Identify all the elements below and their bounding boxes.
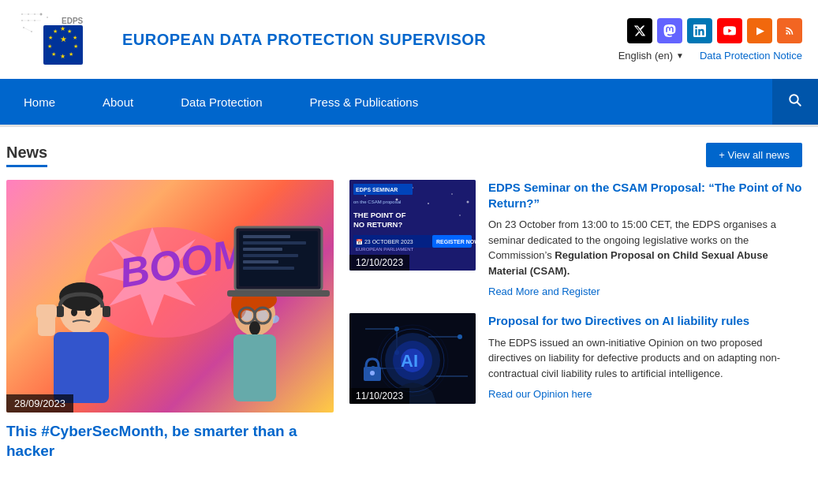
csam-read-more[interactable]: Read More and Register	[488, 286, 600, 297]
news-card-csam: EDPS SEMINAR on the CSAM proposal THE PO…	[349, 180, 802, 297]
rss-icon[interactable]	[777, 18, 802, 43]
news-header: News + View all news	[6, 143, 802, 167]
svg-point-84	[394, 327, 399, 331]
featured-caption: This #CyberSecMonth, be smarter than a h…	[6, 413, 334, 461]
svg-text:★: ★	[60, 53, 65, 60]
ai-read-more[interactable]: Read our Opinion here	[488, 388, 592, 400]
csam-news-text: EDPS Seminar on the CSAM Proposal: “The …	[488, 180, 802, 297]
svg-rect-36	[54, 332, 109, 403]
svg-point-65	[467, 201, 469, 203]
nav-data-protection[interactable]: Data Protection	[157, 81, 286, 123]
svg-line-13	[24, 28, 32, 32]
svg-rect-32	[56, 306, 64, 317]
svg-rect-55	[243, 260, 278, 263]
svg-point-64	[451, 193, 453, 195]
youtube-icon[interactable]	[717, 18, 742, 43]
svg-rect-38	[36, 304, 57, 319]
main-nav: Home About Data Protection Press & Publi…	[0, 79, 818, 125]
social-icons-bar: ▶	[627, 18, 802, 43]
featured-title[interactable]: This #CyberSecMonth, be smarter than a h…	[6, 422, 334, 461]
svg-rect-54	[243, 254, 298, 257]
svg-rect-56	[243, 267, 294, 270]
news-section-title: News	[6, 144, 47, 167]
svg-text:THE POINT OF: THE POINT OF	[353, 211, 406, 219]
linkedin-icon[interactable]	[687, 18, 712, 43]
svg-point-35	[85, 308, 92, 316]
svg-text:★: ★	[69, 51, 73, 57]
ai-card-title[interactable]: Proposal for two Directives on AI liabil…	[488, 313, 802, 329]
logo-area: EDPS ★ ★ ★ ★ ★ ★ ★ ★ ★ ★ ★ EU	[16, 8, 486, 71]
ai-thumb-date: 11/10/2023	[349, 388, 409, 404]
svg-point-59	[364, 195, 366, 196]
csam-thumb-date: 12/10/2023	[349, 255, 409, 271]
svg-text:★: ★	[51, 51, 56, 57]
svg-point-8	[47, 17, 48, 18]
svg-text:★: ★	[60, 25, 65, 32]
svg-point-34	[71, 308, 77, 316]
nav-about[interactable]: About	[79, 81, 157, 123]
svg-text:★: ★	[47, 43, 52, 49]
lang-protection-bar: English (en) ▼ Data Protection Notice	[618, 50, 802, 62]
nav-items: Home About Data Protection Press & Publi…	[0, 81, 772, 123]
svg-text:EDPS SEMINAR: EDPS SEMINAR	[356, 187, 398, 192]
featured-news-image: BOOM	[6, 180, 334, 413]
svg-point-63	[428, 203, 429, 204]
svg-text:★: ★	[67, 28, 72, 34]
svg-text:on the CSAM proposal: on the CSAM proposal	[353, 200, 401, 204]
dropdown-arrow-icon: ▼	[676, 51, 684, 60]
ai-news-text: Proposal for two Directives on AI liabil…	[488, 313, 802, 404]
nav-home[interactable]: Home	[0, 81, 79, 123]
twitter-icon[interactable]	[627, 18, 652, 43]
svg-text:★: ★	[73, 35, 77, 40]
svg-point-45	[241, 310, 252, 321]
language-label: English (en)	[618, 50, 673, 62]
svg-rect-53	[243, 248, 282, 251]
site-title: EUROPEAN DATA PROTECTION SUPERVISOR	[122, 31, 486, 49]
featured-news-card[interactable]: BOOM	[6, 180, 334, 461]
svg-text:★: ★	[73, 43, 78, 49]
svg-text:AI: AI	[401, 351, 418, 371]
news-card-ai: AI 11/10/2023 Proposal for two Dir	[349, 313, 802, 404]
ai-card-body: The EDPS issued an own-initiative Opinio…	[488, 335, 802, 382]
svg-rect-57	[227, 290, 330, 297]
nav-press-publications[interactable]: Press & Publications	[286, 81, 443, 123]
svg-point-46	[257, 310, 268, 321]
svg-text:★: ★	[53, 28, 58, 34]
edps-logo: EDPS ★ ★ ★ ★ ★ ★ ★ ★ ★ ★ ★	[16, 8, 110, 71]
data-protection-notice-link[interactable]: Data Protection Notice	[700, 50, 802, 62]
news-thumb-ai: AI 11/10/2023	[349, 313, 476, 404]
svg-rect-50	[239, 231, 318, 286]
svg-text:★: ★	[48, 35, 53, 40]
svg-point-47	[249, 321, 260, 335]
svg-rect-48	[233, 334, 276, 401]
mastodon-icon[interactable]	[657, 18, 682, 43]
top-right-area: ▶ English (en) ▼ Data Protection Notice	[618, 18, 802, 62]
csam-card-title[interactable]: EDPS Seminar on the CSAM Proposal: “The …	[488, 180, 802, 211]
logo-container: EDPS ★ ★ ★ ★ ★ ★ ★ ★ ★ ★ ★	[16, 8, 110, 71]
svg-point-87	[458, 334, 462, 339]
svg-rect-33	[103, 306, 110, 317]
svg-point-67	[459, 215, 461, 216]
featured-date: 28/09/2023	[6, 394, 73, 413]
svg-point-93	[370, 371, 375, 375]
svg-rect-51	[243, 235, 290, 238]
view-all-news-button[interactable]: + View all news	[706, 143, 802, 167]
right-news-column: EDPS SEMINAR on the CSAM proposal THE PO…	[349, 180, 802, 461]
featured-illustration: BOOM	[6, 180, 334, 413]
svg-rect-52	[243, 241, 306, 245]
search-button[interactable]	[772, 79, 818, 125]
news-grid: BOOM	[6, 180, 802, 461]
peertube-icon[interactable]: ▶	[747, 18, 772, 43]
svg-text:★: ★	[60, 35, 67, 43]
svg-text:EDPS: EDPS	[62, 17, 84, 25]
news-section: News + View all news BOOM	[0, 127, 818, 476]
top-bar: EDPS ★ ★ ★ ★ ★ ★ ★ ★ ★ ★ ★ EU	[0, 0, 818, 79]
svg-text:📅 23 OCTOBER 2023: 📅 23 OCTOBER 2023	[356, 238, 413, 245]
csam-card-body: On 23 October from 13:00 to 15:00 CET, t…	[488, 217, 802, 278]
svg-text:NO RETURN?: NO RETURN?	[353, 220, 402, 229]
svg-text:EUROPEAN PARLIAMENT: EUROPEAN PARLIAMENT	[356, 247, 414, 252]
svg-text:REGISTER NOW: REGISTER NOW	[436, 239, 476, 245]
news-thumb-csam: EDPS SEMINAR on the CSAM proposal THE PO…	[349, 180, 476, 271]
language-selector[interactable]: English (en) ▼	[618, 50, 684, 62]
